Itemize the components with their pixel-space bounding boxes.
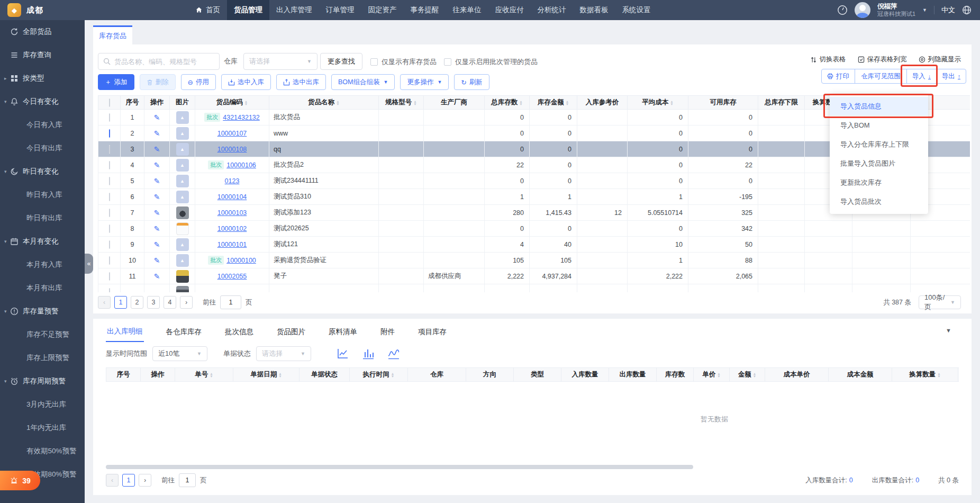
product-code-link[interactable]: 10000104: [217, 193, 247, 201]
expand-caret-icon[interactable]: ▸: [4, 67, 7, 90]
refresh-button[interactable]: ↻刷新: [454, 74, 489, 90]
import-menu-item[interactable]: 导入货品批次: [830, 192, 928, 211]
edit-icon[interactable]: ✎: [154, 177, 160, 185]
search-input[interactable]: [114, 58, 214, 66]
sort-icon[interactable]: ▲▼: [413, 100, 416, 105]
gauge-icon[interactable]: [837, 5, 848, 15]
column-header[interactable]: 图片: [170, 96, 195, 110]
detail-tab[interactable]: 批次信息: [224, 322, 255, 342]
import-menu-item[interactable]: 导入分仓库库存上下限: [830, 135, 928, 154]
edit-icon[interactable]: ✎: [154, 272, 160, 281]
product-image[interactable]: [176, 175, 189, 187]
sidebar-item[interactable]: 昨日有入库: [0, 183, 85, 206]
detail-column-header[interactable]: 仓库: [408, 368, 466, 382]
goto-page-input[interactable]: [220, 295, 241, 309]
bar-chart-icon[interactable]: [362, 348, 375, 360]
globe-icon[interactable]: [962, 5, 972, 15]
user-caret-down-icon[interactable]: ▼: [922, 7, 927, 13]
more-search-button[interactable]: 更多查找: [320, 53, 362, 70]
detail-column-header[interactable]: 执行时间▲▼: [350, 368, 408, 382]
expand-caret-icon[interactable]: ▾: [4, 370, 7, 393]
edit-icon[interactable]: ✎: [154, 193, 160, 201]
nav-menu-item[interactable]: 货品管理: [227, 0, 269, 20]
nav-menu-item[interactable]: 事务提醒: [404, 0, 446, 20]
table-row[interactable]: 8 ✎ 10000102 测试202625 0 0 0 342: [98, 221, 970, 237]
expand-caret-icon[interactable]: ▾: [4, 160, 7, 183]
detail-column-header[interactable]: 成本金额: [829, 368, 892, 382]
alert-count-badge[interactable]: 39: [0, 471, 40, 490]
nav-menu-item[interactable]: 出入库管理: [269, 0, 319, 20]
sort-icon[interactable]: ▲▼: [336, 100, 339, 105]
import-menu-item[interactable]: 更新批次库存: [830, 173, 928, 192]
sort-icon[interactable]: ▲▼: [937, 372, 940, 378]
sidebar-item[interactable]: 本月有入库: [0, 253, 85, 276]
warehouse-select[interactable]: 请选择 ▼: [243, 53, 317, 70]
add-button[interactable]: ＋添加: [98, 74, 134, 90]
sidebar-item[interactable]: 昨日有出库: [0, 206, 85, 230]
column-header[interactable]: 总库存数▲▼: [485, 96, 530, 110]
sidebar-item[interactable]: ▾ 今日有变化: [0, 90, 85, 113]
detail-column-header[interactable]: 入库数量: [561, 368, 609, 382]
product-code-link[interactable]: 10000108: [217, 146, 247, 153]
detail-tab[interactable]: 货品图片: [276, 322, 306, 342]
page-number-button[interactable]: 3: [147, 296, 160, 309]
expand-caret-icon[interactable]: ▾: [4, 300, 7, 323]
sidebar-item[interactable]: 有效期50%预警: [0, 439, 85, 463]
search-input-wrap[interactable]: [98, 53, 220, 70]
detail-page-1-button[interactable]: 1: [122, 474, 135, 487]
edit-icon[interactable]: ✎: [154, 224, 160, 233]
column-header[interactable]: 平均成本▲▼: [628, 96, 688, 110]
sidebar-item[interactable]: 库存上限预警: [0, 346, 85, 370]
column-header[interactable]: 库存金额▲▼: [530, 96, 577, 110]
nav-menu-item[interactable]: 固定资产: [361, 0, 404, 20]
sidebar-item[interactable]: 3月内无出库: [0, 393, 85, 416]
product-image[interactable]: [176, 254, 189, 267]
sort-icon[interactable]: ▲▼: [670, 100, 673, 105]
sidebar-item[interactable]: ▾ 库存周期预警: [0, 370, 85, 393]
column-visibility-link[interactable]: 列隐藏显示: [919, 55, 961, 64]
print-button[interactable]: 打印: [822, 69, 855, 83]
curve-chart-icon[interactable]: [387, 348, 400, 360]
save-column-width-link[interactable]: 保存表格列宽: [858, 55, 907, 64]
more-actions-button[interactable]: 更多操作▼: [400, 74, 449, 90]
sidebar-item[interactable]: ▾ 昨日有变化: [0, 160, 85, 183]
sort-icon[interactable]: ▲▼: [566, 100, 569, 105]
delete-button[interactable]: 删除: [140, 74, 176, 90]
edit-icon[interactable]: ✎: [154, 256, 160, 265]
selected-inbound-button[interactable]: 选中入库: [221, 74, 271, 90]
row-checkbox[interactable]: [109, 193, 110, 201]
row-checkbox[interactable]: [109, 113, 110, 122]
detail-column-header[interactable]: 成本单价: [765, 368, 829, 382]
detail-tab[interactable]: 附件: [379, 322, 396, 342]
detail-column-header[interactable]: 单号▲▼: [175, 368, 233, 382]
edit-icon[interactable]: ✎: [154, 113, 160, 122]
detail-tab[interactable]: 出入库明细: [106, 322, 144, 342]
sort-icon[interactable]: ▲▼: [278, 372, 282, 378]
detail-column-header[interactable]: [958, 368, 959, 382]
detail-tab[interactable]: 各仓库库存: [165, 322, 203, 342]
row-checkbox[interactable]: [109, 224, 110, 233]
table-row[interactable]: 11 ✎ 10002055 凳子 成都供应商 2,222 4,937,284 2…: [98, 268, 970, 284]
column-header[interactable]: 入库参考价: [577, 96, 628, 110]
product-code-link[interactable]: 0123: [225, 177, 240, 185]
detail-column-header[interactable]: 单据状态: [300, 368, 350, 382]
avatar[interactable]: [855, 2, 870, 18]
product-image[interactable]: [176, 191, 189, 203]
product-image[interactable]: [176, 286, 189, 293]
detail-column-header[interactable]: 单价▲▼: [694, 368, 730, 382]
sidebar-item[interactable]: ▸ 按类型: [0, 67, 85, 90]
edit-icon[interactable]: ✎: [154, 129, 160, 138]
sidebar-collapse-handle[interactable]: «: [85, 254, 93, 274]
sort-icon[interactable]: ▲▼: [717, 372, 720, 378]
detail-column-header[interactable]: 序号: [106, 368, 141, 382]
column-header[interactable]: 货品名称▲▼: [269, 96, 379, 110]
sort-icon[interactable]: ▲▼: [519, 100, 522, 105]
logo[interactable]: ◆ 成都: [0, 3, 85, 17]
column-header[interactable]: 操作: [144, 96, 170, 110]
product-image[interactable]: [176, 206, 189, 219]
nav-menu-item[interactable]: 订单管理: [319, 0, 361, 20]
import-menu-item[interactable]: 批量导入货品图片: [830, 154, 928, 173]
product-code-link[interactable]: 4321432132: [223, 114, 260, 121]
row-checkbox[interactable]: [109, 129, 110, 138]
sidebar-item[interactable]: 今日有出库: [0, 137, 85, 160]
